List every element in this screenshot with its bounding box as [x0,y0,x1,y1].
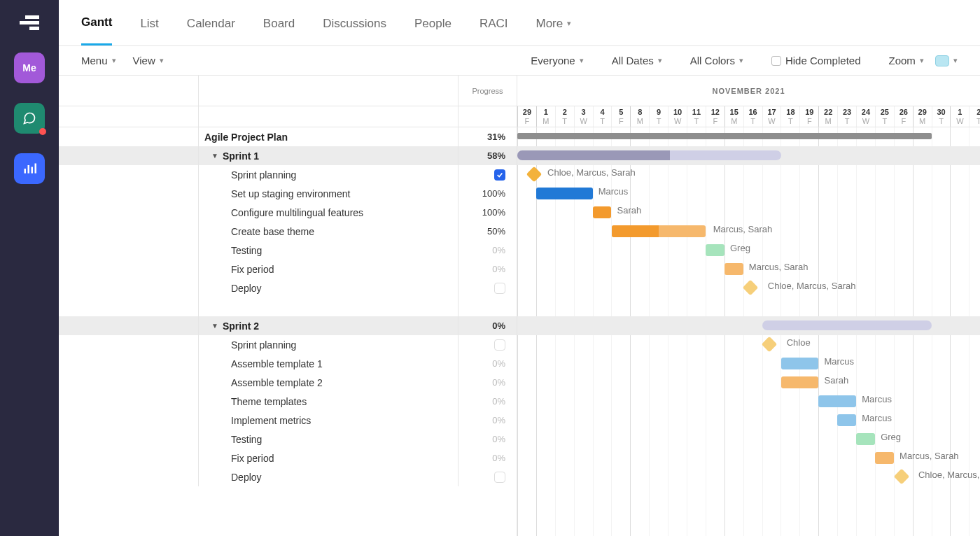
menu-dropdown[interactable]: Menu▾ [81,55,116,66]
svg-rect-6 [35,164,37,174]
task-row[interactable]: Create base theme50% [59,222,517,241]
nav-stats-button[interactable] [14,153,45,184]
nav-me-button[interactable]: Me [14,52,45,83]
tab-people[interactable]: People [414,15,451,45]
task-name: Assemble template 2 [231,377,323,388]
filter-people-dropdown[interactable]: Everyone▾ [531,55,583,66]
task-row[interactable]: Assemble template 10% [59,354,517,373]
gantt-view: Progress Agile Project Plan31%▼Sprint 15… [59,76,980,536]
filter-colors-dropdown[interactable]: All Colors▾ [690,55,743,66]
gantt-group-bar[interactable] [517,150,781,160]
gantt-group-bar[interactable] [762,320,932,330]
task-name: Testing [231,434,262,445]
gantt-bar-row: Marcus [517,392,980,411]
task-row[interactable]: Agile Project Plan31% [59,127,517,146]
checkbox-empty-icon[interactable] [494,283,505,294]
gantt-task-bar[interactable] [781,376,819,388]
gantt-task-bar[interactable] [706,244,724,256]
task-row[interactable]: Theme templates0% [59,392,517,411]
checkbox-empty-icon[interactable] [494,339,505,351]
day-column: 8M [630,106,649,127]
task-name: Assemble template 1 [231,358,323,369]
task-progress [458,278,517,297]
task-row[interactable]: Assemble template 20% [59,373,517,392]
task-assignees: Greg [730,243,750,253]
gantt-milestone[interactable] [762,337,778,353]
zoom-dropdown[interactable]: Zoom▾ ▾ [888,55,958,66]
task-row[interactable]: Configure multilingual features100% [59,203,517,222]
task-row[interactable]: Implement metrics0% [59,411,517,430]
gantt-summary-bar[interactable] [517,133,932,139]
gantt-task-bar[interactable] [837,414,856,426]
view-dropdown[interactable]: View▾ [133,55,164,66]
gantt-bar-row: Sarah [517,203,980,222]
timeline-days-header: 29F1M2T3W4T5F8M9T10W11T12F15M16T17W18T19… [517,106,980,127]
svg-rect-2 [29,27,39,30]
task-row[interactable]: Testing0% [59,430,517,449]
tab-more[interactable]: More▾ [536,15,572,45]
task-row[interactable]: ▼Sprint 158% [59,146,517,165]
timeline-body: Chloe, Marcus, SarahMarcusSarahMarcus, S… [517,127,980,536]
day-column: 18T [780,106,799,127]
task-progress: 50% [458,222,517,241]
gantt-milestone[interactable] [893,469,909,485]
timeline-pane[interactable]: NOVEMBER 2021 29F1M2T3W4T5F8M9T10W11T12F… [517,76,980,536]
day-column: 19F [799,106,818,127]
task-name: Fix period [231,264,274,275]
gantt-bar-row: Marcus [517,184,980,203]
nav-chat-button[interactable] [14,103,45,134]
gantt-bar-row [517,146,980,165]
task-row[interactable]: Sprint planning [59,165,517,184]
task-assignees: Chloe, Marcus, Sarah [768,281,856,291]
gantt-task-bar[interactable] [875,452,894,464]
gantt-task-bar[interactable] [818,395,856,407]
task-list-pane: Progress Agile Project Plan31%▼Sprint 15… [59,76,517,536]
chevron-down-icon: ▾ [567,19,571,28]
gantt-task-bar[interactable] [593,206,612,218]
task-progress [458,467,517,486]
task-row[interactable]: Sprint planning [59,335,517,354]
gantt-milestone[interactable] [526,167,542,183]
tab-raci[interactable]: RACI [479,15,508,45]
hide-completed-toggle[interactable]: Hide Completed [771,55,861,66]
task-progress: 0% [458,449,517,467]
tab-gantt[interactable]: Gantt [81,15,112,45]
main-content: GanttListCalendarBoardDiscussionsPeopleR… [59,0,980,536]
task-row[interactable]: Testing0% [59,241,517,260]
task-row[interactable]: Set up staging environment100% [59,184,517,203]
gantt-task-bar[interactable] [612,225,706,237]
tab-discussions[interactable]: Discussions [323,15,386,45]
task-progress: 0% [458,392,517,411]
checkbox-empty-icon[interactable] [494,472,505,483]
task-name: Deploy [231,472,262,483]
task-name: Sprint planning [231,339,296,351]
day-column: 29F [517,106,536,127]
tab-list[interactable]: List [140,15,158,45]
collapse-icon[interactable]: ▼ [211,152,218,160]
task-name: Sprint 1 [223,150,259,162]
tab-calendar[interactable]: Calendar [187,15,235,45]
day-column: 10W [668,106,687,127]
day-column: 24W [856,106,875,127]
svg-rect-4 [28,165,30,174]
chevron-down-icon: ▾ [658,56,662,65]
collapse-icon[interactable]: ▼ [211,322,218,330]
gantt-bar-row: Marcus, Sarah [517,222,980,241]
task-row[interactable]: Deploy [59,467,517,486]
gantt-task-bar[interactable] [781,358,819,369]
task-row[interactable]: Fix period0% [59,260,517,278]
tab-board[interactable]: Board [263,15,295,45]
task-progress: 0% [458,241,517,260]
day-column: 1W [950,106,969,127]
filter-dates-dropdown[interactable]: All Dates▾ [612,55,662,66]
gantt-task-bar[interactable] [724,263,743,275]
task-progress: 0% [458,260,517,278]
task-row[interactable]: ▼Sprint 20% [59,316,517,335]
task-row[interactable]: Deploy [59,278,517,297]
gantt-task-bar[interactable] [536,188,593,199]
day-column: 2T [969,106,980,127]
gantt-task-bar[interactable] [856,433,875,445]
gantt-milestone[interactable] [743,280,759,296]
task-row[interactable]: Fix period0% [59,449,517,467]
view-tabs: GanttListCalendarBoardDiscussionsPeopleR… [59,0,980,46]
